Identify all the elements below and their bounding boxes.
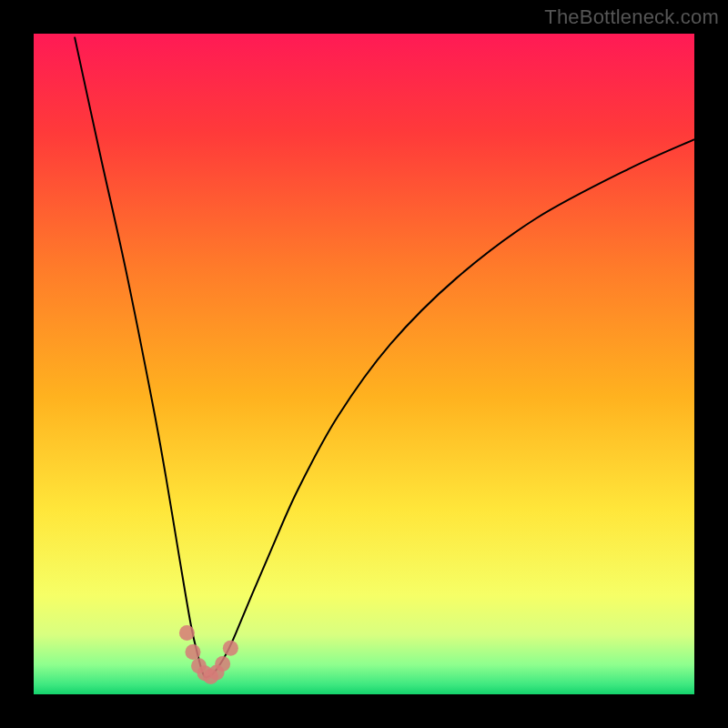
valley-marker (223, 641, 238, 656)
valley-marker (179, 625, 195, 641)
curve-layer (34, 34, 694, 694)
valley-marker (215, 656, 230, 672)
valley-marker (185, 644, 200, 660)
chart-frame: TheBottleneck.com (0, 0, 728, 728)
left-branch (75, 37, 206, 678)
right-branch (206, 139, 694, 678)
watermark-text: TheBottleneck.com (544, 5, 719, 29)
plot-area (34, 34, 694, 694)
valley-marker-group (179, 625, 238, 684)
